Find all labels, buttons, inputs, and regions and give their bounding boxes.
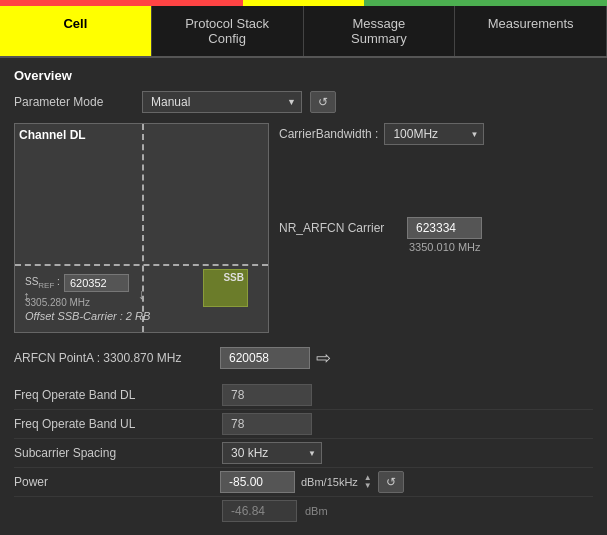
right-controls: CarrierBandwidth : 100MHz 50MHz 25MHz NR…: [279, 123, 593, 333]
power-label: Power: [14, 475, 214, 489]
parameter-mode-reset-button[interactable]: ↺: [310, 91, 336, 113]
ss-ref-label: SSREF :: [25, 276, 60, 290]
freq-ul-row: Freq Operate Band UL: [14, 410, 593, 439]
subcarrier-spacing-label: Subcarrier Spacing: [14, 446, 214, 460]
arfcn-pointa-label: ARFCN PointA : 3300.870 MHz: [14, 351, 214, 365]
parameter-mode-select-wrapper: Manual Auto: [142, 91, 302, 113]
horiz-dashed-line: [15, 264, 268, 266]
power-unit: dBm/15kHz: [301, 476, 358, 488]
channel-area: Channel DL SSREF : 3305.280 MHz SSB ↓ ↕ …: [14, 123, 593, 333]
freq-ul-label: Freq Operate Band UL: [14, 417, 214, 431]
dbm-value-input: [222, 500, 297, 522]
arfcn-pointa-input[interactable]: [220, 347, 310, 369]
ssb-block: SSB: [203, 269, 248, 307]
main-content: Overview Parameter Mode Manual Auto ↺ Ch…: [0, 58, 607, 535]
nr-arfcn-container: NR_ARFCN Carrier 3350.010 MHz: [279, 217, 593, 253]
nr-arfcn-input[interactable]: [407, 217, 482, 239]
freq-dl-row: Freq Operate Band DL: [14, 381, 593, 410]
ssb-label: SSB: [223, 272, 244, 283]
power-spinner[interactable]: ▲ ▼: [364, 474, 372, 490]
tab-protocol-stack-config[interactable]: Protocol Stack Config: [152, 6, 304, 56]
freq-dl-input[interactable]: [222, 384, 312, 406]
arfcn-icon[interactable]: ⇨: [316, 347, 331, 369]
tab-message-summary[interactable]: Message Summary: [304, 6, 456, 56]
offset-label: Offset SSB-Carrier : 2 RB: [25, 310, 150, 322]
arrow-up-icon: ↕: [23, 288, 30, 304]
power-row: Power dBm/15kHz ▲ ▼ ↺: [14, 468, 593, 497]
overview-title: Overview: [14, 68, 593, 83]
parameter-mode-select[interactable]: Manual Auto: [142, 91, 302, 113]
nr-arfcn-label: NR_ARFCN Carrier: [279, 221, 399, 235]
tab-bar: Cell Protocol Stack Config Message Summa…: [0, 6, 607, 58]
dbm-unit: dBm: [305, 505, 328, 517]
nr-arfcn-row: NR_ARFCN Carrier: [279, 217, 593, 239]
tab-cell[interactable]: Cell: [0, 6, 152, 56]
arfcn-pointa-row: ARFCN PointA : 3300.870 MHz ⇨: [14, 343, 593, 373]
carrier-bw-select-wrapper: 100MHz 50MHz 25MHz: [384, 123, 484, 145]
freq-ul-input[interactable]: [222, 413, 312, 435]
subcarrier-spacing-select-wrapper: 30 kHz 15 kHz 60 kHz 120 kHz: [222, 442, 322, 464]
carrier-bw-select[interactable]: 100MHz 50MHz 25MHz: [384, 123, 484, 145]
ss-ref-input[interactable]: [64, 274, 129, 292]
tab-measurements[interactable]: Measurements: [455, 6, 607, 56]
parameter-mode-label: Parameter Mode: [14, 95, 134, 109]
carrier-bw-row: CarrierBandwidth : 100MHz 50MHz 25MHz: [279, 123, 593, 145]
parameter-mode-row: Parameter Mode Manual Auto ↺: [14, 91, 593, 113]
channel-dl-box: Channel DL SSREF : 3305.280 MHz SSB ↓ ↕ …: [14, 123, 269, 333]
power-input[interactable]: [220, 471, 295, 493]
ss-ref-block: SSREF :: [25, 274, 129, 292]
carrier-bw-label: CarrierBandwidth :: [279, 127, 378, 141]
nr-arfcn-mhz: 3350.010 MHz: [409, 241, 593, 253]
subcarrier-spacing-select[interactable]: 30 kHz 15 kHz 60 kHz 120 kHz: [222, 442, 322, 464]
freq-dl-label: Freq Operate Band DL: [14, 388, 214, 402]
power-reset-button[interactable]: ↺: [378, 471, 404, 493]
ss-ref-mhz: 3305.280 MHz: [25, 297, 90, 308]
arrow-down-icon: ↓: [138, 286, 145, 302]
dbm-row: dBm: [14, 497, 593, 525]
subcarrier-spacing-row: Subcarrier Spacing 30 kHz 15 kHz 60 kHz …: [14, 439, 593, 468]
